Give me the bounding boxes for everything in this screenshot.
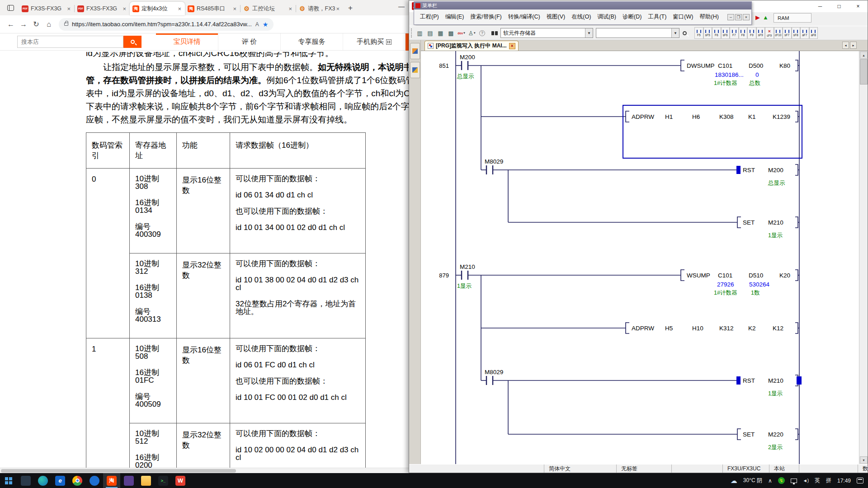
vertical-scrollbar[interactable]: ▲ ▼ <box>859 51 868 464</box>
close-icon[interactable]: × <box>509 43 515 49</box>
stop-icon[interactable]: ▲ <box>763 14 769 21</box>
user-library-icon[interactable]: ♙▾ <box>467 28 477 38</box>
search-icon[interactable] <box>679 28 690 38</box>
shop-tab-detail[interactable]: 宝贝详情 <box>156 33 218 50</box>
read-aloud-icon[interactable]: A <box>255 21 259 28</box>
ladder-document-tab[interactable]: [PRG]监视写入 执行中 MAI... × <box>425 41 519 51</box>
shop-tab-mobile[interactable]: 手机购买 <box>343 33 406 50</box>
ime-pinyin-badge[interactable]: 拼 <box>826 477 831 484</box>
weather-text[interactable]: 30°C 阴 <box>743 477 762 484</box>
menu-edit[interactable]: 编辑(E) <box>442 12 467 22</box>
scroll-up-icon[interactable]: ▲ <box>860 52 868 59</box>
hidden-icons-chevron[interactable]: ∧ <box>768 478 772 484</box>
fkey-pulse-invert[interactable]: aF8 <box>809 27 818 39</box>
tab-close-icon[interactable]: × <box>66 5 71 12</box>
device-display-icon[interactable]: dev▾ <box>456 28 467 38</box>
start-button[interactable] <box>0 473 17 488</box>
clock[interactable]: 17:49 <box>837 478 851 484</box>
taskbar-ie[interactable]: e <box>52 473 69 488</box>
tab-close-icon[interactable]: × <box>232 5 237 12</box>
shop-tab-reviews[interactable]: 评 价 <box>218 33 281 50</box>
toolbar-grip[interactable] <box>411 28 413 38</box>
tab-scroll-right-icon[interactable]: ▸ <box>850 42 857 49</box>
menu-debug[interactable]: 调试(B) <box>594 12 619 22</box>
address-bar[interactable]: https://item.taobao.com/item.htm?spm=a23… <box>59 18 274 31</box>
taskbar-file-explorer[interactable] <box>137 473 155 488</box>
ime-language-badge[interactable]: 英 <box>815 477 820 484</box>
shop-search-input[interactable] <box>17 36 123 48</box>
fkey-pulse-close[interactable]: sF8 <box>792 27 801 39</box>
browser-tab-6[interactable]: ⚙ 请教，FX3 × <box>296 2 343 15</box>
menu-tools[interactable]: 工具(T) <box>645 12 670 22</box>
fkey-close-contact[interactable]: sF5 <box>703 27 712 39</box>
watch-window-icon[interactable]: ▦ <box>435 28 446 38</box>
scroll-down-icon[interactable]: ▼ <box>860 456 868 464</box>
browser-tab-5[interactable]: ⚙ 工控论坛 × <box>241 2 296 15</box>
contact-operand[interactable]: M200 <box>460 54 475 61</box>
menu-help[interactable]: 帮助(H) <box>696 12 722 22</box>
taskbar-pinned-app[interactable] <box>17 473 34 488</box>
taskbar-chrome[interactable] <box>69 473 86 488</box>
action-center-icon[interactable] <box>857 478 863 483</box>
tab-close-icon[interactable]: × <box>335 5 340 12</box>
taskbar-edge[interactable] <box>34 473 52 488</box>
fkey-close-branch[interactable]: sF6 <box>721 27 730 39</box>
url-text[interactable]: https://item.taobao.com/item.htm?spm=a23… <box>72 21 252 28</box>
refresh-icon[interactable]: ↻ <box>30 18 42 31</box>
forward-icon[interactable]: → <box>17 18 30 31</box>
contact-operand[interactable]: M8029 <box>485 369 503 375</box>
menu-window[interactable]: 窗口(W) <box>670 12 696 22</box>
instruction-set[interactable]: SET M210 1显示 <box>743 219 783 239</box>
instruction-wsump[interactable]: WSUMP C101 D510 K20 27926 530264 1#计数器 1… <box>687 272 790 296</box>
fkey-open-branch[interactable]: F6 <box>712 27 721 39</box>
menubar-minimize-icon[interactable]: – <box>727 14 734 20</box>
instruction-rst[interactable]: RST M200 总显示 <box>743 167 785 186</box>
device-memory-combo[interactable]: 软元件存储器 ▼ <box>500 28 593 38</box>
browser-tab-1[interactable]: PDF FX3S-FX3G × <box>19 2 74 15</box>
new-tab-button[interactable]: + <box>345 3 356 14</box>
scrollbar-thumb[interactable] <box>1 469 236 473</box>
instruction-adprw-2[interactable]: ADPRW H5 H10 K312 K2 K12 <box>632 325 783 332</box>
menubar-title[interactable]: 菜单栏 <box>414 2 751 9</box>
back-icon[interactable]: ← <box>5 18 17 31</box>
volume-icon[interactable]: ◄) <box>803 478 809 483</box>
fkey-horizontal-line[interactable]: sF9 <box>756 27 765 39</box>
close-button[interactable]: × <box>849 0 868 12</box>
instruction-set-2[interactable]: SET M220 2显示 <box>743 431 783 450</box>
weather-cloud-icon[interactable]: ☁ <box>731 477 737 485</box>
taskbar-wps[interactable]: W <box>172 473 189 488</box>
fkey-pulse-contact[interactable]: sF7 <box>783 27 792 39</box>
menubar-restore-icon[interactable]: ❐ <box>735 14 742 20</box>
find-binoculars-icon[interactable] <box>487 28 498 38</box>
contact-operand[interactable]: M210 <box>460 263 475 270</box>
maximize-button[interactable]: □ <box>830 0 849 12</box>
project-window-icon[interactable]: ▥ <box>415 28 425 38</box>
taskbar-app-purple[interactable] <box>120 473 137 488</box>
tab-close-icon[interactable]: × <box>177 5 182 12</box>
browser-tab-3-active[interactable]: 淘 定制4x3位 × <box>130 2 185 15</box>
vertical-tabs-button[interactable] <box>4 1 17 14</box>
instruction-dwsump[interactable]: DWSUMP C101 D500 K80 1830186... 0 1#计数器 … <box>687 62 790 86</box>
shop-search-button[interactable] <box>123 36 142 48</box>
browser-tab-2[interactable]: PDF FX3S-FX3G × <box>75 2 130 15</box>
run-icon[interactable]: ▶ <box>755 14 760 21</box>
taskbar-qq[interactable] <box>86 473 103 488</box>
tab-close-icon[interactable]: × <box>288 5 293 12</box>
menu-project[interactable]: 工程(P) <box>417 12 442 22</box>
taskbar-taobao-active[interactable]: 淘 <box>103 473 120 488</box>
favorite-star-icon[interactable]: ★ <box>263 21 269 28</box>
menu-compile[interactable]: 转换/编译(C) <box>505 12 543 22</box>
docking-window-icon[interactable]: ▤ <box>425 28 435 38</box>
selection-window-tab[interactable] <box>410 43 420 59</box>
browser-tab-4[interactable]: 淘 RS485串口 × <box>185 2 240 15</box>
contact-operand[interactable]: M8029 <box>485 158 503 165</box>
tab-scroll-left-icon[interactable]: ◂ <box>842 42 849 49</box>
menubar-close-icon[interactable]: × <box>743 14 750 20</box>
instruction-adprw[interactable]: ADPRW H1 H6 K308 K1 K1239 <box>632 113 790 120</box>
fkey-application-instruction[interactable]: F8 <box>739 27 748 39</box>
menu-online[interactable]: 在线(O) <box>568 12 594 22</box>
horizontal-scrollbar[interactable] <box>0 468 409 473</box>
fkey-coil[interactable]: F7 <box>730 27 739 39</box>
output-window-tab[interactable] <box>410 62 420 78</box>
menu-diagnostics[interactable]: 诊断(D) <box>619 12 645 22</box>
